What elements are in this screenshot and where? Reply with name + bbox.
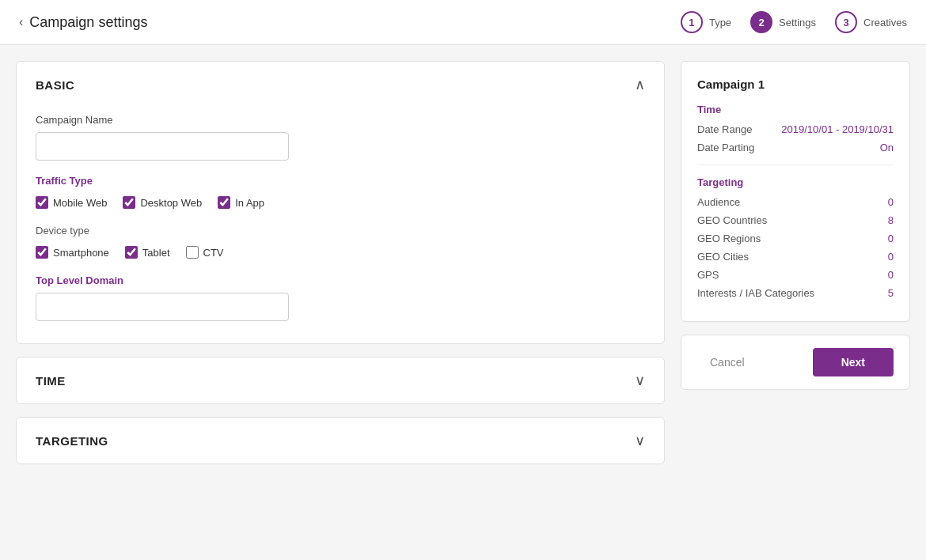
summary-iab-value: 5: [888, 287, 894, 299]
summary-campaign-name: Campaign 1: [697, 78, 894, 91]
traffic-mobile-web[interactable]: Mobile Web: [36, 196, 107, 209]
device-type-group: Smartphone Tablet CTV: [36, 246, 645, 259]
summary-geo-countries-label: GEO Countries: [697, 214, 767, 226]
traffic-mobile-web-checkbox[interactable]: [36, 196, 48, 209]
traffic-in-app[interactable]: In App: [218, 196, 264, 209]
traffic-desktop-web-label: Desktop Web: [140, 197, 202, 209]
device-tablet-checkbox[interactable]: [125, 246, 138, 259]
basic-section-title: BASIC: [36, 78, 74, 92]
top-level-domain-input[interactable]: [36, 293, 289, 321]
traffic-in-app-label: In App: [235, 197, 264, 209]
time-section-header[interactable]: TIME ∨: [17, 358, 664, 403]
right-panel: Campaign 1 Time Date Range 2019/10/01 - …: [681, 61, 910, 541]
summary-date-parting-value: On: [880, 142, 894, 153]
step-1-label: Type: [709, 17, 731, 28]
time-section-title: TIME: [36, 374, 66, 388]
targeting-section-title: TARGETING: [36, 434, 108, 448]
summary-geo-cities-value: 0: [888, 251, 894, 263]
device-ctv-label: CTV: [203, 247, 224, 259]
page-title: Campaign settings: [29, 14, 147, 31]
summary-iab-row: Interests / IAB Categories 5: [697, 287, 894, 299]
basic-section-body: Campaign Name Traffic Type Mobile Web De…: [17, 108, 664, 343]
summary-gps-label: GPS: [697, 269, 719, 281]
step-1-circle: 1: [681, 11, 703, 33]
step-3[interactable]: 3 Creatives: [835, 11, 907, 33]
device-ctv-checkbox[interactable]: [186, 246, 199, 259]
summary-gps-value: 0: [888, 269, 894, 281]
device-tablet[interactable]: Tablet: [125, 246, 170, 259]
summary-geo-regions-row: GEO Regions 0: [697, 233, 894, 244]
cancel-button[interactable]: Cancel: [697, 350, 757, 375]
step-3-circle: 3: [835, 11, 857, 33]
summary-date-parting-row: Date Parting On: [697, 142, 894, 153]
summary-date-range-label: Date Range: [697, 123, 752, 135]
targeting-collapse-icon[interactable]: ∨: [635, 432, 645, 449]
basic-collapse-icon[interactable]: ∧: [635, 76, 645, 93]
summary-geo-cities-label: GEO Cities: [697, 251, 749, 263]
back-icon[interactable]: ‹: [19, 15, 23, 29]
summary-audience-value: 0: [888, 196, 894, 208]
device-smartphone-checkbox[interactable]: [36, 246, 48, 259]
summary-geo-regions-label: GEO Regions: [697, 233, 761, 244]
top-level-domain-label: Top Level Domain: [36, 274, 645, 286]
device-tablet-label: Tablet: [142, 247, 170, 259]
summary-divider: [697, 165, 894, 165]
campaign-name-input[interactable]: [36, 132, 289, 161]
summary-targeting-title: Targeting: [697, 176, 894, 188]
step-3-label: Creatives: [863, 17, 907, 28]
summary-geo-countries-row: GEO Countries 8: [697, 214, 894, 226]
next-button[interactable]: Next: [813, 348, 894, 376]
traffic-type-label: Traffic Type: [36, 175, 645, 187]
campaign-name-label: Campaign Name: [36, 114, 645, 126]
basic-card: BASIC ∧ Campaign Name Traffic Type Mobil…: [16, 61, 665, 344]
step-1[interactable]: 1 Type: [681, 11, 731, 33]
summary-gps-row: GPS 0: [697, 269, 894, 281]
device-smartphone-label: Smartphone: [53, 247, 109, 259]
summary-geo-regions-value: 0: [888, 233, 894, 244]
header: ‹ Campaign settings 1 Type 2 Settings 3 …: [0, 0, 926, 45]
basic-section-header: BASIC ∧: [17, 62, 664, 108]
main-layout: BASIC ∧ Campaign Name Traffic Type Mobil…: [0, 45, 926, 557]
summary-time-title: Time: [697, 104, 894, 115]
summary-geo-cities-row: GEO Cities 0: [697, 251, 894, 263]
summary-geo-countries-value: 8: [888, 214, 894, 226]
summary-audience-label: Audience: [697, 196, 740, 208]
device-smartphone[interactable]: Smartphone: [36, 246, 109, 259]
targeting-section-header[interactable]: TARGETING ∨: [17, 418, 664, 464]
time-card: TIME ∨: [16, 357, 665, 404]
summary-iab-label: Interests / IAB Categories: [697, 287, 814, 299]
step-indicator: 1 Type 2 Settings 3 Creatives: [681, 11, 907, 33]
traffic-in-app-checkbox[interactable]: [218, 196, 230, 209]
traffic-desktop-web[interactable]: Desktop Web: [123, 196, 202, 209]
traffic-desktop-web-checkbox[interactable]: [123, 196, 135, 209]
targeting-card: TARGETING ∨: [16, 417, 665, 464]
device-ctv[interactable]: CTV: [186, 246, 224, 259]
step-2-label: Settings: [779, 17, 816, 28]
summary-date-range-value: 2019/10/01 - 2019/10/31: [781, 123, 894, 135]
traffic-type-group: Mobile Web Desktop Web In App: [36, 196, 645, 209]
header-left: ‹ Campaign settings: [19, 14, 147, 31]
summary-card: Campaign 1 Time Date Range 2019/10/01 - …: [681, 61, 910, 322]
time-collapse-icon[interactable]: ∨: [635, 372, 645, 389]
traffic-mobile-web-label: Mobile Web: [53, 197, 107, 209]
summary-audience-row: Audience 0: [697, 196, 894, 208]
step-2[interactable]: 2 Settings: [750, 11, 816, 33]
summary-date-range-row: Date Range 2019/10/01 - 2019/10/31: [697, 123, 894, 135]
actions-card: Cancel Next: [681, 335, 910, 390]
left-panel: BASIC ∧ Campaign Name Traffic Type Mobil…: [16, 61, 665, 541]
summary-date-parting-label: Date Parting: [697, 142, 754, 153]
device-type-label: Device type: [36, 225, 645, 236]
step-2-circle: 2: [750, 11, 772, 33]
